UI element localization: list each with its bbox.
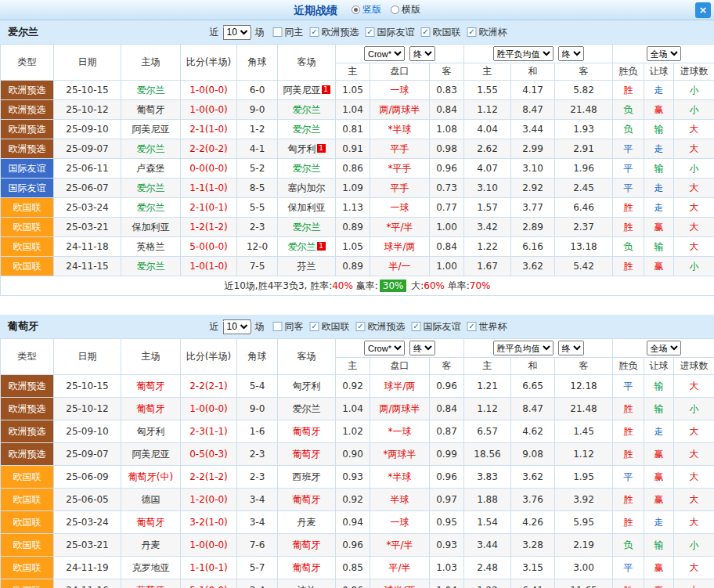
score-cell: 1-0(0-0) xyxy=(181,534,237,557)
unchecked-checkbox-icon[interactable] xyxy=(273,27,283,37)
home-team-cell: 葡萄牙(中) xyxy=(121,466,181,489)
date-cell: 25-09-10 xyxy=(54,120,121,139)
team-name-text: 丹麦 xyxy=(298,517,316,528)
ah-home-odds-cell: 0.85 xyxy=(336,557,370,579)
league-type-cell: 欧洲预选 xyxy=(1,375,54,398)
ah-line-cell: *半球 xyxy=(370,466,430,489)
corner-cell: 7-6 xyxy=(237,534,278,557)
result-goals-cell: 大 xyxy=(674,466,714,489)
score-cell: 2-2(2-1) xyxy=(181,375,237,398)
match-count-select[interactable]: 10 xyxy=(223,319,251,334)
radio-icon[interactable] xyxy=(352,5,360,14)
odds-source-select[interactable]: 终 xyxy=(558,341,584,355)
filter-option[interactable]: ✓世界杯 xyxy=(467,320,507,334)
date-cell: 25-06-09 xyxy=(54,466,121,489)
column-header: 客场 xyxy=(278,45,336,81)
match-row: 国际友谊25-06-11卢森堡0-0(0-0)5-2爱尔兰0.86*平手0.96… xyxy=(1,159,714,179)
score-cell: 2-3(1-1) xyxy=(181,420,237,443)
corner-cell: 8-5 xyxy=(237,179,278,198)
team-name-text: 葡萄牙 xyxy=(137,585,165,588)
away-team-cell: 匈牙利 xyxy=(278,375,336,398)
checked-checkbox-icon[interactable]: ✓ xyxy=(412,322,421,331)
home-team-cell: 葡萄牙 xyxy=(121,579,181,588)
filter-option[interactable]: ✓欧洲杯 xyxy=(467,26,507,39)
ah-away-odds-cell: 0.83 xyxy=(430,81,464,100)
odds-source-select[interactable]: 终 xyxy=(409,46,435,61)
ah-line-cell: 一球 xyxy=(370,198,430,218)
odds-source-select[interactable]: 终 xyxy=(558,46,584,61)
odds-away-cell: 1.95 xyxy=(555,466,613,489)
result-goals-cell: 大 xyxy=(674,218,714,237)
team-section-1: 葡萄牙近10场同客✓欧国联✓欧洲预选✓国际友谊✓世界杯类型日期主场比分(半场)角… xyxy=(0,315,714,588)
column-subheader: 客 xyxy=(555,358,613,375)
checked-checkbox-icon[interactable]: ✓ xyxy=(467,322,477,331)
odds-source-select[interactable]: 全场 xyxy=(647,341,681,355)
filter-option[interactable]: 同主 xyxy=(273,26,304,39)
odds-select-group: 全场 xyxy=(613,45,714,63)
result-handicap-cell: 输 xyxy=(644,120,674,139)
result-handicap-cell: 走 xyxy=(644,511,674,534)
ah-home-odds-cell: 0.92 xyxy=(336,375,370,398)
odds-source-select[interactable]: 胜平负均值 xyxy=(493,46,554,61)
result-goals-cell: 小 xyxy=(674,257,714,276)
filter-option[interactable]: ✓国际友谊 xyxy=(412,320,461,334)
result-handicap-cell: 赢 xyxy=(644,557,674,579)
layout-mode-vertical[interactable]: 竖版 xyxy=(352,3,381,16)
filter-option-label: 欧洲杯 xyxy=(479,26,507,39)
filter-option[interactable]: ✓欧国联 xyxy=(421,26,461,39)
odds-select-group: Crow*终 xyxy=(336,45,464,63)
date-cell: 25-10-12 xyxy=(54,398,121,420)
ah-away-odds-cell: 0.77 xyxy=(430,198,464,218)
close-icon[interactable]: × xyxy=(695,2,711,18)
result-wdl-cell: 胜 xyxy=(613,443,644,466)
ah-line-cell: 球半/两 xyxy=(370,237,430,257)
checked-checkbox-icon[interactable]: ✓ xyxy=(467,27,477,37)
ah-line-cell: 平/半 xyxy=(370,557,430,579)
checked-checkbox-icon[interactable]: ✓ xyxy=(366,27,375,37)
column-subheader: 进球数 xyxy=(674,358,714,375)
odds-draw-cell: 2.99 xyxy=(511,139,555,159)
score-cell: 1-2(1-2) xyxy=(181,218,237,237)
team-name-text: 葡萄牙(中) xyxy=(128,471,173,482)
odds-source-select[interactable]: 胜平负均值 xyxy=(493,341,554,355)
checked-checkbox-icon[interactable]: ✓ xyxy=(421,27,431,37)
odds-home-cell: 1.12 xyxy=(464,100,511,120)
team-name-text: 匈牙利 xyxy=(137,426,165,437)
match-row: 欧国联25-03-21丹麦1-0(0-0)7-6葡萄牙0.96*平/半0.933… xyxy=(1,534,714,557)
checked-checkbox-icon[interactable]: ✓ xyxy=(310,322,319,331)
checked-checkbox-icon[interactable]: ✓ xyxy=(356,322,366,331)
match-count-select[interactable]: 10 xyxy=(223,25,251,40)
filter-option[interactable]: ✓欧国联 xyxy=(310,320,350,334)
filter-option-label: 国际友谊 xyxy=(424,320,461,334)
date-cell: 25-03-21 xyxy=(54,534,121,557)
league-type-cell: 欧国联 xyxy=(1,557,54,579)
team-name-text: 爱尔兰 xyxy=(293,104,321,115)
result-wdl-cell: 胜 xyxy=(613,257,644,276)
odds-home-cell: 3.83 xyxy=(464,466,511,489)
filter-option[interactable]: 同客 xyxy=(273,320,304,334)
odds-source-select[interactable]: 全场 xyxy=(647,46,681,61)
ah-line-cell: 平手 xyxy=(370,179,430,198)
ah-home-odds-cell: 1.02 xyxy=(336,420,370,443)
odds-draw-cell: 8.47 xyxy=(511,398,555,420)
odds-home-cell: 2.62 xyxy=(464,139,511,159)
odds-select-group: 全场 xyxy=(613,339,714,358)
odds-source-select[interactable]: Crow* xyxy=(364,341,405,355)
ah-line-cell: *两球半 xyxy=(370,443,430,466)
filter-option[interactable]: ✓欧洲预选 xyxy=(310,26,359,39)
checked-checkbox-icon[interactable]: ✓ xyxy=(310,27,319,37)
filter-option[interactable]: ✓国际友谊 xyxy=(366,26,415,39)
radio-icon[interactable] xyxy=(391,5,399,14)
ah-home-odds-cell: 0.96 xyxy=(336,534,370,557)
odds-source-select[interactable]: 终 xyxy=(409,341,435,355)
odds-source-select[interactable]: Crow* xyxy=(364,46,405,61)
corner-cell: 9-0 xyxy=(237,398,278,420)
filter-option[interactable]: ✓欧洲预选 xyxy=(356,320,406,334)
team-name-text: 爱尔兰 xyxy=(293,403,321,414)
match-row: 国际友谊25-06-07爱尔兰1-1(1-0)8-5塞内加尔1.09平手0.73… xyxy=(1,179,714,198)
unchecked-checkbox-icon[interactable] xyxy=(273,322,283,331)
ah-away-odds-cell: 0.84 xyxy=(430,100,464,120)
layout-mode-horizontal[interactable]: 横版 xyxy=(391,3,420,16)
result-handicap-cell: 输 xyxy=(644,237,674,257)
team-name-text: 葡萄牙 xyxy=(137,381,165,391)
